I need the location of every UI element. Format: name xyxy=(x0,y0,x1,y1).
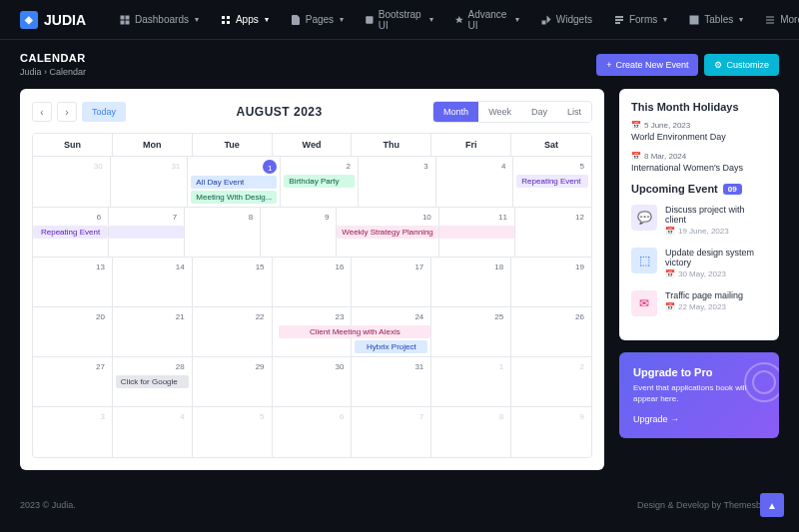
calendar-title: AUGUST 2023 xyxy=(236,105,322,119)
holiday-item: 📅8 Mar, 2024 International Women's Days xyxy=(631,152,767,173)
nav-widgets[interactable]: Widgets xyxy=(532,4,600,36)
calendar-cell[interactable]: 31 xyxy=(352,357,431,407)
customize-button[interactable]: ⚙ Customize xyxy=(704,54,779,76)
calendar-cell[interactable]: 29 xyxy=(193,357,273,407)
calendar-cell[interactable]: 6 xyxy=(273,407,353,457)
calendar-cell[interactable]: 2Birthday Party xyxy=(281,157,359,208)
prev-button[interactable]: ‹ xyxy=(32,102,52,122)
calendar-cell[interactable]: 27 xyxy=(33,357,113,407)
event[interactable]: Client Meeting with Alexis xyxy=(279,325,430,338)
calendar-cell[interactable]: 20 xyxy=(33,307,113,357)
calendar-cell[interactable]: 21 xyxy=(113,307,193,357)
nav-bootstrap[interactable]: Bootstrap UI▾ xyxy=(357,4,441,36)
calendar-cell[interactable]: 16 xyxy=(273,258,353,307)
dashboard-icon xyxy=(119,14,131,26)
forms-icon xyxy=(613,14,625,26)
scroll-top-button[interactable]: ▲ xyxy=(760,493,784,517)
calendar-cell[interactable]: 6Repeating Event xyxy=(33,208,109,258)
upgrade-card: Upgrade to Pro Event that applications b… xyxy=(619,352,779,438)
view-month[interactable]: Month xyxy=(433,102,478,122)
event[interactable] xyxy=(439,226,514,239)
view-switcher: Month Week Day List xyxy=(432,101,592,123)
calendar-cell[interactable]: 18 xyxy=(431,258,511,307)
calendar-cell[interactable]: 1 xyxy=(431,357,511,407)
logo[interactable]: ◈ JUDIA xyxy=(20,11,86,29)
nav-advance[interactable]: Advance UI▾ xyxy=(446,4,527,36)
calendar-cell[interactable]: 13 xyxy=(33,258,113,307)
nav-pages[interactable]: Pages▾ xyxy=(282,4,352,36)
calendar-cell[interactable]: 22 xyxy=(193,307,273,357)
calendar-cell[interactable]: 17 xyxy=(352,258,431,307)
nav-tables[interactable]: Tables▾ xyxy=(680,4,751,36)
event[interactable]: All Day Event xyxy=(191,176,277,189)
calendar-cell[interactable]: 19 xyxy=(511,258,591,307)
next-button[interactable]: › xyxy=(57,102,77,122)
breadcrumb: Judia › Calendar xyxy=(20,67,86,77)
calendar-icon: 📅 xyxy=(631,152,641,161)
tables-icon xyxy=(688,14,700,26)
event[interactable]: Weekly Strategy Planning xyxy=(337,226,437,239)
upcoming-count: 09 xyxy=(723,184,742,195)
calendar-icon: 📅 xyxy=(665,227,675,236)
calendar-cell[interactable]: 3 xyxy=(33,407,113,457)
upgrade-button[interactable]: Upgrade → xyxy=(633,414,679,424)
event[interactable]: Repeating Event xyxy=(33,226,108,239)
calendar-cell[interactable]: 30 xyxy=(33,157,111,208)
crumb-home[interactable]: Judia xyxy=(20,67,42,77)
calendar-cell[interactable]: 15 xyxy=(193,258,273,307)
nav-apps[interactable]: Apps▾ xyxy=(212,4,277,36)
calendar-cell[interactable]: 5 xyxy=(193,407,273,457)
calendar-cell[interactable]: 7 xyxy=(109,208,185,258)
today-button[interactable]: Today xyxy=(82,102,126,122)
upgrade-text: Event that applications book will appear… xyxy=(633,382,765,404)
calendar-cell[interactable]: 24Client Meeting with AlexisHybrix Proje… xyxy=(352,307,431,357)
calendar-cell[interactable]: 2 xyxy=(511,357,591,407)
calendar-grid: Sun Mon Tue Wed Thu Fri Sat 30 31 1All D… xyxy=(32,133,592,458)
event[interactable]: Hybrix Project xyxy=(355,340,427,353)
upcoming-item[interactable]: 💬 Discuss project with client 📅19 June, … xyxy=(631,205,767,236)
calendar-cell[interactable]: 9 xyxy=(511,407,591,457)
page-header: CALENDAR Judia › Calendar + Create New E… xyxy=(0,40,799,89)
bootstrap-icon xyxy=(365,14,375,26)
calendar-cell[interactable]: 8 xyxy=(185,208,261,258)
calendar-cell[interactable]: 3 xyxy=(359,157,436,208)
upcoming-item[interactable]: ⬚ Update design system victory 📅30 May, … xyxy=(631,248,767,278)
event[interactable]: Click for Google xyxy=(116,375,189,388)
view-list[interactable]: List xyxy=(557,102,591,122)
view-day[interactable]: Day xyxy=(521,102,557,122)
nav-more[interactable]: More▾ xyxy=(756,4,799,36)
page-title: CALENDAR xyxy=(20,52,86,64)
create-event-button[interactable]: + Create New Event xyxy=(596,54,698,76)
calendar-icon: 📅 xyxy=(631,121,641,130)
calendar-cell[interactable]: 4 xyxy=(113,407,193,457)
nav-dashboards[interactable]: Dashboards▾ xyxy=(111,4,207,36)
calendar-cell[interactable]: 12 xyxy=(515,208,591,258)
calendar-cell[interactable]: 25 xyxy=(431,307,511,357)
calendar-cell[interactable]: 7 xyxy=(352,407,431,457)
calendar-cell[interactable]: 9 xyxy=(261,208,337,258)
view-week[interactable]: Week xyxy=(478,102,521,122)
topbar: ◈ JUDIA Dashboards▾ Apps▾ Pages▾ Bootstr… xyxy=(0,0,799,40)
calendar-cell[interactable]: 4 xyxy=(436,157,514,208)
event[interactable]: Meeting With Desig... xyxy=(191,191,277,204)
day-header: Wed xyxy=(273,134,353,157)
event[interactable] xyxy=(109,226,184,239)
calendar-cell[interactable]: 28Click for Google xyxy=(113,357,193,407)
calendar-cell[interactable]: 11 xyxy=(439,208,515,258)
calendar-cell[interactable]: 1All Day EventMeeting With Desig... xyxy=(188,157,281,208)
calendar-cell[interactable]: 5Repeating Event xyxy=(513,157,591,208)
calendar-cell[interactable]: 26 xyxy=(511,307,591,357)
calendar-cell[interactable]: 30 xyxy=(273,357,353,407)
nav-forms[interactable]: Forms▾ xyxy=(605,4,675,36)
logo-icon: ◈ xyxy=(20,11,38,29)
more-icon xyxy=(764,14,776,26)
event[interactable]: Repeating Event xyxy=(516,175,588,188)
upcoming-item[interactable]: ✉ Traffic page mailing 📅22 May, 2023 xyxy=(631,290,767,316)
mail-icon: ✉ xyxy=(631,290,657,316)
calendar-cell[interactable]: 8 xyxy=(431,407,511,457)
calendar-cell[interactable]: 10Weekly Strategy Planning xyxy=(337,208,438,258)
calendar-cell[interactable]: 31 xyxy=(111,157,189,208)
apps-icon xyxy=(220,14,232,26)
calendar-cell[interactable]: 14 xyxy=(113,258,193,307)
event[interactable]: Birthday Party xyxy=(284,175,355,188)
